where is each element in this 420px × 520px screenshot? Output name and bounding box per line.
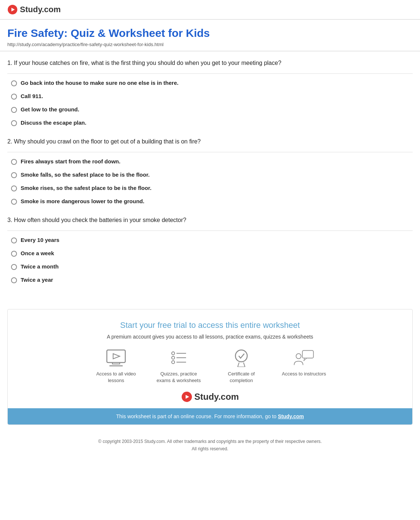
option-label: Smoke falls, so the safest place to be i…: [21, 171, 150, 178]
question-2-options: Fires always start from the roof down. S…: [11, 158, 413, 205]
feature-instructors-label: Access to instructors: [282, 371, 326, 377]
q1-divider: [7, 73, 413, 74]
list-item[interactable]: Fires always start from the roof down.: [11, 158, 413, 165]
trial-logo-text: Study.com: [195, 392, 239, 402]
option-label: Call 911.: [21, 93, 43, 99]
list-item[interactable]: Call 911.: [11, 93, 413, 100]
question-1-options: Go back into the house to make sure no o…: [11, 80, 413, 126]
question-3: 3. How often should you check the batter…: [7, 216, 413, 283]
certificate-icon: [230, 349, 252, 367]
award-icon: [230, 349, 252, 367]
list-item[interactable]: Go back into the house to make sure no o…: [11, 80, 413, 86]
feature-certificate-label: Certificate of completion: [219, 371, 263, 384]
option-label: Twice a month: [21, 263, 59, 270]
q2-divider: [7, 152, 413, 152]
svg-line-14: [244, 363, 245, 367]
page-title: Fire Safety: Quiz & Worksheet for Kids: [7, 27, 413, 39]
feature-quizzes: Quizzes, practice exams & worksheets: [157, 349, 201, 384]
trial-banner: This worksheet is part of an online cour…: [8, 408, 412, 424]
svg-marker-3: [113, 354, 120, 359]
list-item[interactable]: Twice a month: [11, 263, 413, 270]
question-1-number: 1.: [7, 60, 14, 66]
list-item[interactable]: Smoke falls, so the safest place to be i…: [11, 171, 413, 178]
option-label: Go back into the house to make sure no o…: [21, 80, 178, 86]
svg-point-8: [172, 356, 175, 359]
study-logo-icon: [7, 4, 18, 15]
list-icon: [168, 349, 190, 367]
radio-icon[interactable]: [11, 251, 17, 257]
trial-subtitle: A premium account gives you access to al…: [15, 334, 405, 340]
list-item[interactable]: Smoke is more dangerous lower to the gro…: [11, 198, 413, 205]
q3-divider: [7, 230, 413, 231]
trial-title: Start your free trial to access this ent…: [15, 320, 405, 330]
question-3-text: 3. How often should you check the batter…: [7, 216, 413, 225]
feature-quizzes-label: Quizzes, practice exams & worksheets: [157, 371, 201, 384]
monitor-play-icon: [105, 349, 127, 367]
radio-icon[interactable]: [11, 199, 17, 205]
list-item[interactable]: Twice a year: [11, 277, 413, 283]
radio-icon[interactable]: [11, 264, 17, 270]
option-label: Get low to the ground.: [21, 106, 79, 112]
svg-point-6: [172, 352, 175, 355]
svg-point-18: [296, 354, 301, 359]
logo-text: Study.com: [20, 5, 61, 14]
question-3-number: 3.: [7, 217, 14, 223]
list-item[interactable]: Get low to the ground.: [11, 106, 413, 113]
feature-video-label: Access to all video lessons: [94, 371, 138, 384]
svg-marker-17: [304, 358, 307, 361]
question-3-options: Every 10 years Once a week Twice a month…: [11, 237, 413, 283]
option-label: Discuss the escape plan.: [21, 119, 86, 126]
radio-icon[interactable]: [11, 186, 17, 191]
svg-rect-2: [107, 350, 125, 363]
rights-text: All rights reserved.: [7, 446, 413, 453]
svg-point-10: [172, 361, 175, 364]
radio-icon[interactable]: [11, 94, 17, 100]
feature-instructors: Access to instructors: [282, 349, 326, 384]
option-label: Fires always start from the roof down.: [21, 158, 120, 164]
svg-rect-4: [112, 363, 120, 364]
trial-box: Start your free trial to access this ent…: [7, 309, 413, 425]
feature-video-lessons: Access to all video lessons: [94, 349, 138, 384]
trial-logo-icon: [181, 391, 192, 402]
trial-logo-row: Study.com: [15, 391, 405, 402]
list-item[interactable]: Discuss the escape plan.: [11, 119, 413, 126]
copyright-text: © copyright 2003-2015 Study.com. All oth…: [7, 438, 413, 445]
svg-line-13: [238, 363, 239, 367]
option-label: Twice a year: [21, 277, 53, 283]
radio-icon[interactable]: [11, 80, 17, 86]
option-label: Once a week: [21, 250, 54, 256]
instructors-icon: [293, 349, 315, 367]
question-2-number: 2.: [7, 138, 14, 145]
logo[interactable]: Study.com: [7, 4, 61, 15]
radio-icon[interactable]: [11, 120, 17, 126]
trial-banner-link[interactable]: Study.com: [278, 413, 304, 419]
question-1: 1. If your house catches on fire, what i…: [7, 59, 413, 126]
features-row: Access to all video lessons Quizzes, pra…: [15, 349, 405, 384]
option-label: Smoke is more dangerous lower to the gro…: [21, 198, 144, 204]
question-1-text: 1. If your house catches on fire, what i…: [7, 59, 413, 67]
radio-icon[interactable]: [11, 172, 17, 178]
footer: © copyright 2003-2015 Study.com. All oth…: [0, 432, 420, 458]
list-item[interactable]: Smoke rises, so the safest place to be i…: [11, 185, 413, 191]
option-label: Smoke rises, so the safest place to be i…: [21, 185, 151, 191]
quizzes-icon: [168, 349, 190, 367]
header: Study.com: [0, 0, 420, 19]
radio-icon[interactable]: [11, 277, 17, 283]
radio-icon[interactable]: [11, 107, 17, 113]
svg-point-12: [235, 350, 247, 362]
radio-icon[interactable]: [11, 159, 17, 165]
trial-banner-text: This worksheet is part of an online cour…: [116, 413, 276, 419]
person-chat-icon: [293, 349, 315, 367]
content: 1. If your house catches on fire, what i…: [0, 51, 420, 298]
question-2-text: 2. Why should you crawl on the floor to …: [7, 137, 413, 146]
video-lessons-icon: [105, 349, 127, 367]
page-url: http://study.com/academy/practice/fire-s…: [7, 42, 413, 47]
svg-rect-16: [302, 350, 314, 358]
radio-icon[interactable]: [11, 238, 17, 243]
list-item[interactable]: Once a week: [11, 250, 413, 257]
page-title-section: Fire Safety: Quiz & Worksheet for Kids h…: [0, 20, 420, 51]
option-label: Every 10 years: [21, 237, 59, 243]
feature-certificate: Certificate of completion: [219, 349, 263, 384]
list-item[interactable]: Every 10 years: [11, 237, 413, 243]
question-2: 2. Why should you crawl on the floor to …: [7, 137, 413, 205]
